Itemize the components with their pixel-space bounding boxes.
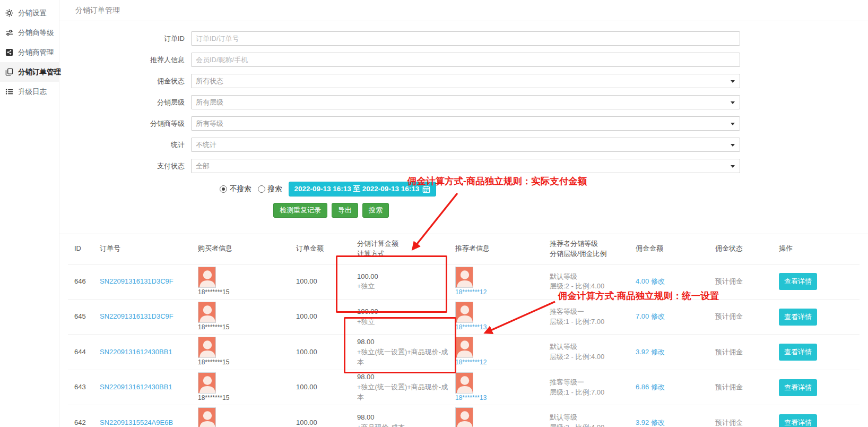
pay-status-select[interactable]: 全部 <box>191 159 740 173</box>
commission-amount: 4.00 <box>636 277 649 285</box>
calc-cell: 98.00+商品现价-成本 <box>357 405 455 427</box>
modify-link[interactable]: 修改 <box>651 348 665 356</box>
distribution-order-admin-page: 分销设置 分销商等级 分销商管理 分销订单管理 升级日志 分销订单管理 订单ID <box>0 0 868 427</box>
calc-method: +商品现价-成本 <box>357 423 452 427</box>
buyer-avatar <box>198 267 216 288</box>
calc-amount: 98.00 <box>357 413 452 423</box>
referrer-avatar <box>455 302 473 323</box>
order-id-cell: 642 <box>68 405 100 427</box>
date-range-text: 2022-09-13 16:13 至 2022-09-13 16:13 <box>294 184 420 194</box>
sidebar-item-label: 升级日志 <box>18 87 47 97</box>
modify-link[interactable]: 修改 <box>651 383 665 391</box>
modify-link[interactable]: 修改 <box>651 419 665 426</box>
order-id-cell: 644 <box>68 335 100 370</box>
col-calc: 分销计算金额计算方式 <box>357 234 455 264</box>
order-no-link[interactable]: SN2209131612430BB1 <box>100 383 172 391</box>
distributor-grade-select[interactable]: 所有等级 <box>191 116 740 131</box>
col-order-no: 订单号 <box>100 234 198 264</box>
calc-method: +独立 <box>357 317 452 327</box>
page-title: 分销订单管理 <box>75 6 120 15</box>
radio-selected-icon <box>220 185 227 193</box>
order-id-cell: 646 <box>68 264 100 299</box>
modify-link[interactable]: 修改 <box>651 312 665 320</box>
order-id-cell: 643 <box>68 370 100 405</box>
commission-cell: 6.86 修改 <box>636 370 715 405</box>
commission-status-select[interactable]: 所有状态 <box>191 74 740 88</box>
referrer-phone-link[interactable]: 18*******12 <box>455 288 487 297</box>
buyer-avatar <box>198 407 216 427</box>
commission-cell: 7.00 修改 <box>636 300 715 335</box>
modify-link[interactable]: 修改 <box>651 277 665 285</box>
order-no-link[interactable]: SN22091315524A9E6B <box>100 419 173 426</box>
order-id-label: 订单ID <box>59 34 191 44</box>
view-detail-button[interactable]: 查看详情 <box>779 379 817 396</box>
search-button[interactable]: 搜索 <box>362 203 389 218</box>
commission-cell: 3.92 修改 <box>636 405 715 427</box>
calc-cell: 98.00+独立(统一设置)+商品现价-成本 <box>357 335 455 370</box>
buyer-avatar <box>198 372 216 394</box>
calc-amount: 98.00 <box>357 337 452 347</box>
sidebar-item-distributor-management[interactable]: 分销商管理 <box>0 42 59 62</box>
statistics-select[interactable]: 不统计 <box>191 138 740 152</box>
order-no-link[interactable]: SN22091316131D3C9F <box>100 277 173 285</box>
main-content: 分销订单管理 订单ID 推荐人信息 佣金状态 所有状态 分销层级 所有层级 分销… <box>59 0 868 427</box>
order-amount-cell: 100.00 <box>296 300 357 335</box>
sidebar-item-distribution-orders[interactable]: 分销订单管理 <box>0 62 59 82</box>
referrer-cell: 18*******12 <box>455 407 546 427</box>
referrer-info-input[interactable] <box>191 53 740 67</box>
selected-value: 所有层级 <box>196 98 223 107</box>
view-detail-button[interactable]: 查看详情 <box>779 273 817 290</box>
buyer-cell: 18*******15 <box>198 372 293 403</box>
buyer-phone: 18*******15 <box>198 358 229 367</box>
col-action: 操作 <box>779 234 860 264</box>
calc-method: +独立 <box>357 281 452 292</box>
commission-cell: 3.92 修改 <box>636 335 715 370</box>
tabbar: 分销订单管理 <box>59 0 868 21</box>
col-status: 佣金状态 <box>715 234 779 264</box>
order-id-input[interactable] <box>191 31 740 46</box>
order-amount-cell: 100.00 <box>296 264 357 299</box>
referrer-avatar <box>455 267 473 288</box>
level-detail: 层级:1 - 比例:7.00 <box>550 317 632 327</box>
share-icon <box>5 48 13 56</box>
commission-cell: 4.00 修改 <box>636 264 715 299</box>
filter-form: 订单ID 推荐人信息 佣金状态 所有状态 分销层级 所有层级 分销商等级 所有等… <box>59 21 868 218</box>
commission-status-label: 佣金状态 <box>59 76 191 86</box>
search-radio-label: 搜索 <box>268 184 282 194</box>
commission-amount: 3.92 <box>636 419 649 426</box>
date-range-button[interactable]: 2022-09-13 16:13 至 2022-09-13 16:13 <box>289 182 437 197</box>
buyer-phone: 18*******15 <box>198 394 229 403</box>
view-detail-button[interactable]: 查看详情 <box>779 414 817 427</box>
calc-cell: 100.00+独立 <box>357 264 455 299</box>
referrer-cell: 18*******12 <box>455 267 546 297</box>
referrer-phone-link[interactable]: 18*******13 <box>455 323 487 332</box>
level-cell: 默认等级层级:2 - 比例:4.00 <box>550 335 636 370</box>
distribution-level-select[interactable]: 所有层级 <box>191 95 740 109</box>
col-commission: 佣金金额 <box>636 234 715 264</box>
referrer-phone-link[interactable]: 18*******13 <box>455 394 487 403</box>
calendar-icon <box>422 185 430 193</box>
check-duplicates-button[interactable]: 检测重复记录 <box>273 203 327 218</box>
sidebar-item-distribution-settings[interactable]: 分销设置 <box>0 3 59 23</box>
orders-table: ID 订单号 购买者信息 订单金额 分销计算金额计算方式 推荐者信息 推荐者分销… <box>68 234 860 427</box>
search-radio[interactable]: 搜索 <box>258 184 282 194</box>
list-icon <box>5 88 13 96</box>
sidebar-item-distributor-grades[interactable]: 分销商等级 <box>0 23 59 42</box>
calc-amount: 98.00 <box>357 372 452 382</box>
calc-amount: 100.00 <box>357 307 452 317</box>
export-button[interactable]: 导出 <box>332 203 358 218</box>
view-detail-button[interactable]: 查看详情 <box>779 309 817 326</box>
sidebar-item-label: 分销商管理 <box>18 48 54 57</box>
order-no-link[interactable]: SN22091316131D3C9F <box>100 312 173 320</box>
referrer-phone-link[interactable]: 18*******12 <box>455 358 487 367</box>
order-no-link[interactable]: SN2209131612430BB1 <box>100 348 172 356</box>
referrer-cell: 18*******13 <box>455 302 546 332</box>
sidebar-item-upgrade-log[interactable]: 升级日志 <box>0 82 59 101</box>
sidebar-item-label: 分销订单管理 <box>18 67 61 77</box>
level-cell: 推客等级一层级:1 - 比例:7.00 <box>550 370 636 405</box>
table-row: 644 SN2209131612430BB1 18*******15 100.0… <box>68 335 860 370</box>
view-detail-button[interactable]: 查看详情 <box>779 344 817 361</box>
no-search-radio[interactable]: 不搜索 <box>220 184 251 194</box>
buyer-avatar <box>198 302 216 323</box>
sidebar-item-label: 分销商等级 <box>18 28 54 38</box>
